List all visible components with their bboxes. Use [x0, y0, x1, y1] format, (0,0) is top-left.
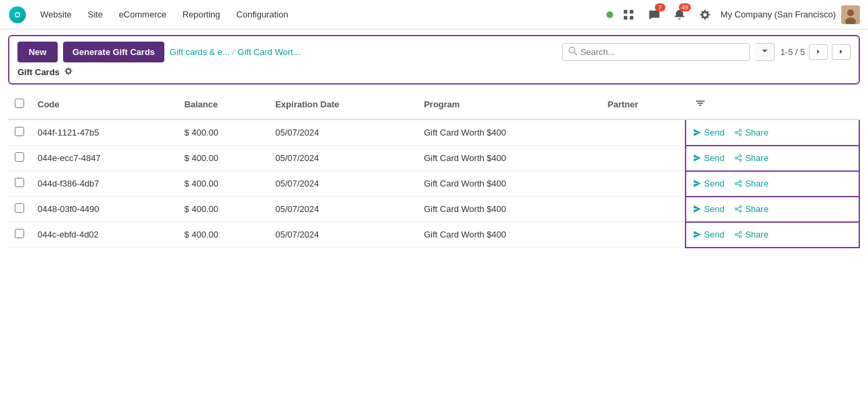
svg-point-34 [739, 231, 741, 233]
nav-site[interactable]: Site [81, 5, 109, 23]
breadcrumb: Gift cards & e... / Gift Card Wort... [170, 47, 301, 57]
svg-rect-5 [630, 15, 633, 19]
search-input[interactable] [580, 47, 744, 57]
share-button-1[interactable]: Share [730, 152, 773, 164]
svg-rect-11 [696, 101, 704, 102]
row-actions-1: Send Share [686, 146, 859, 171]
nav-reporting[interactable]: Reporting [176, 5, 227, 23]
share-button-2[interactable]: Share [730, 177, 773, 190]
top-navigation: O Website Site eCommerce Reporting Confi… [0, 0, 868, 30]
search-container [562, 43, 750, 61]
col-program: Program [417, 90, 601, 119]
svg-line-32 [737, 207, 740, 209]
search-dropdown-button[interactable] [755, 43, 775, 61]
row-actions-3: Send Share [686, 197, 859, 222]
row-balance-2: $ 400.00 [178, 171, 269, 197]
svg-line-22 [737, 156, 740, 158]
breadcrumb-current[interactable]: Gift Card Wort... [237, 47, 301, 57]
row-checkbox-cell [8, 197, 31, 222]
share-button-0[interactable]: Share [730, 126, 773, 139]
app-logo[interactable]: O [8, 5, 27, 24]
grid-menu-button[interactable] [618, 5, 639, 25]
send-button-1[interactable]: Send [689, 152, 728, 164]
row-code-1: 044e-ecc7-4847 [31, 146, 178, 171]
row-checkbox-cell [8, 222, 31, 248]
svg-line-17 [737, 131, 740, 132]
row-actions-0: Send Share [686, 119, 859, 146]
page-title-text: Gift Cards [17, 67, 60, 77]
svg-point-16 [739, 134, 741, 136]
table-row: 0448-03f0-4490 $ 400.00 05/07/2024 Gift … [8, 197, 859, 222]
messages-badge: 7 [655, 3, 665, 11]
row-partner-2 [601, 171, 686, 197]
send-button-0[interactable]: Send [689, 126, 728, 139]
pagination-prev-button[interactable] [809, 44, 828, 60]
col-expiration-date: Expiration Date [268, 90, 417, 119]
svg-point-36 [739, 236, 741, 238]
select-all-checkbox[interactable] [15, 99, 24, 108]
row-program-1: Gift Card Worth $400 [417, 146, 601, 171]
svg-point-30 [735, 208, 737, 210]
row-program-2: Gift Card Worth $400 [417, 171, 601, 197]
gift-cards-table: Code Balance Expiration Date Program Par… [8, 90, 860, 248]
generate-gift-cards-button[interactable]: Generate Gift Cards [63, 42, 164, 62]
svg-point-29 [739, 206, 741, 208]
svg-point-20 [735, 157, 737, 159]
toolbar: New Generate Gift Cards Gift cards & e..… [8, 35, 860, 85]
table-row: 044d-f386-4db7 $ 400.00 05/07/2024 Gift … [8, 171, 859, 197]
row-checkbox-cell [8, 171, 31, 197]
share-button-4[interactable]: Share [730, 228, 773, 241]
send-button-2[interactable]: Send [689, 177, 728, 190]
svg-point-24 [739, 180, 741, 183]
row-balance-3: $ 400.00 [178, 197, 269, 222]
notifications-button[interactable]: 49 [669, 5, 690, 25]
send-button-3[interactable]: Send [689, 203, 728, 215]
table-body: 044f-1121-47b5 $ 400.00 05/07/2024 Gift … [8, 119, 859, 248]
svg-rect-12 [698, 103, 703, 104]
row-balance-0: $ 400.00 [178, 119, 269, 146]
row-checkbox-0[interactable] [15, 127, 24, 136]
nav-configuration[interactable]: Configuration [229, 5, 294, 23]
row-checkbox-4[interactable] [15, 229, 24, 238]
nav-ecommerce[interactable]: eCommerce [112, 5, 173, 23]
row-balance-4: $ 400.00 [178, 222, 269, 248]
column-filter-button[interactable] [692, 95, 708, 113]
nav-website[interactable]: Website [34, 5, 78, 23]
breadcrumb-gift-cards-link[interactable]: Gift cards & e... [170, 47, 230, 57]
user-avatar[interactable] [841, 5, 860, 24]
new-button[interactable]: New [17, 42, 58, 62]
row-checkbox-3[interactable] [15, 203, 24, 213]
table-row: 044c-ebfd-4d02 $ 400.00 05/07/2024 Gift … [8, 222, 859, 248]
col-code: Code [31, 90, 178, 119]
page-title: Gift Cards [17, 66, 73, 78]
svg-point-31 [739, 210, 741, 212]
settings-button[interactable] [695, 5, 715, 25]
search-icon [568, 46, 578, 58]
company-selector[interactable]: My Company (San Francisco) [720, 9, 836, 19]
messages-button[interactable]: 7 [644, 5, 664, 25]
table-row: 044f-1121-47b5 $ 400.00 05/07/2024 Gift … [8, 119, 859, 146]
row-checkbox-2[interactable] [15, 178, 24, 187]
row-actions-4: Send Share [686, 222, 859, 248]
send-button-4[interactable]: Send [689, 228, 728, 241]
row-expiration-1: 05/07/2024 [268, 146, 417, 171]
row-program-4: Gift Card Worth $400 [417, 222, 601, 248]
row-checkbox-1[interactable] [15, 152, 24, 162]
pagination-range: 1-5 / 5 [780, 47, 805, 57]
svg-point-14 [739, 129, 741, 131]
svg-point-19 [739, 155, 741, 157]
svg-line-38 [737, 235, 740, 236]
pagination-next-button[interactable] [832, 44, 851, 60]
col-partner: Partner [601, 90, 686, 119]
row-partner-0 [601, 119, 686, 146]
row-code-3: 0448-03f0-4490 [31, 197, 178, 222]
settings-gear-icon[interactable] [64, 66, 73, 78]
svg-line-10 [574, 52, 577, 55]
svg-point-7 [847, 9, 854, 16]
svg-line-33 [737, 209, 740, 211]
row-partner-4 [601, 222, 686, 248]
svg-line-37 [737, 233, 740, 234]
row-code-4: 044c-ebfd-4d02 [31, 222, 178, 248]
col-balance: Balance [178, 90, 269, 119]
share-button-3[interactable]: Share [730, 203, 773, 215]
